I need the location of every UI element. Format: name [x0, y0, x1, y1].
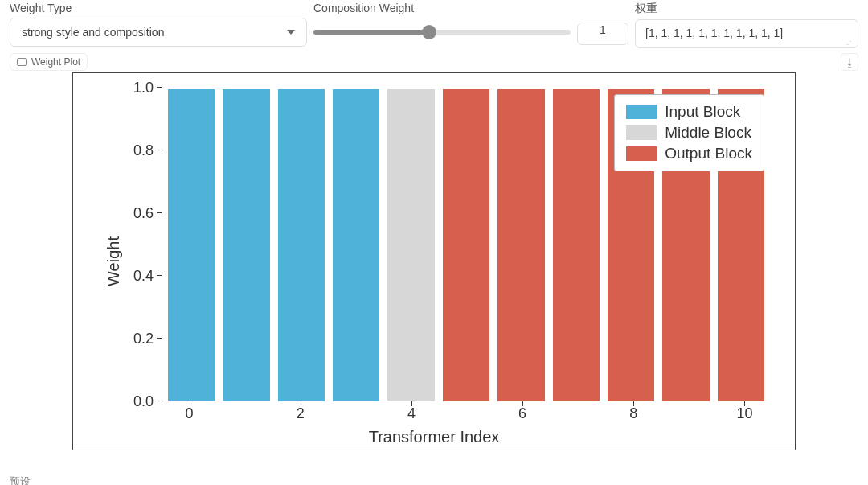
bar-6: [497, 89, 544, 401]
x-tick: 0: [186, 405, 194, 422]
x-tick: 10: [736, 405, 752, 422]
y-tick: 0.4: [121, 268, 154, 285]
x-tick: 4: [407, 405, 416, 422]
x-tick: 2: [297, 405, 305, 422]
y-tick: 0.0: [121, 393, 154, 410]
bar-2: [278, 89, 325, 401]
composition-weight-number[interactable]: 1: [577, 23, 628, 45]
weights-value: [1, 1, 1, 1, 1, 1, 1, 1, 1, 1, 1]: [645, 27, 783, 39]
y-tick: 0.2: [121, 331, 154, 347]
download-icon: ⭳: [845, 56, 855, 68]
resize-handle-icon[interactable]: ⋰: [846, 38, 854, 46]
legend-label: Output Block: [665, 145, 752, 162]
bar-1: [223, 89, 269, 401]
preset-label: 预设: [0, 475, 868, 485]
weight-type-dropdown[interactable]: strong style and composition: [10, 18, 307, 47]
composition-weight-slider[interactable]: [313, 18, 571, 47]
weight-type-value: strong style and composition: [22, 26, 164, 39]
x-tick: 6: [518, 405, 526, 422]
slider-thumb[interactable]: [422, 25, 436, 39]
x-axis-label: Transformer Index: [369, 428, 500, 446]
chevron-down-icon: [287, 30, 295, 35]
x-tick: 8: [629, 405, 637, 422]
composition-weight-label: Composition Weight: [313, 2, 571, 14]
legend-entry: Middle Block: [626, 122, 752, 143]
weights-label: 权重: [635, 2, 858, 16]
weight-type-label: Weight Type: [10, 2, 307, 14]
legend-entry: Output Block: [626, 143, 752, 164]
download-button[interactable]: ⭳: [841, 53, 858, 71]
legend-swatch: [626, 105, 657, 119]
legend-swatch: [626, 146, 657, 161]
y-axis-label: Weight: [104, 236, 123, 286]
y-tick: 0.6: [121, 205, 154, 222]
weight-chart: Weight Transformer Index Input BlockMidd…: [72, 72, 796, 450]
legend-label: Input Block: [665, 103, 740, 121]
image-icon: [17, 58, 27, 66]
bar-5: [443, 89, 489, 401]
chart-legend: Input BlockMiddle BlockOutput Block: [614, 94, 764, 171]
plot-tab-label: Weight Plot: [31, 56, 80, 68]
bar-4: [387, 89, 434, 401]
legend-swatch: [626, 125, 657, 140]
weight-plot-tab[interactable]: Weight Plot: [10, 53, 88, 71]
slider-fill: [313, 30, 429, 35]
legend-label: Middle Block: [665, 124, 751, 142]
y-tick: 0.8: [121, 142, 154, 159]
bar-0: [168, 89, 215, 401]
legend-entry: Input Block: [626, 101, 752, 122]
plot-area: Weight Transformer Index Input BlockMidd…: [48, 72, 820, 475]
y-tick: 1.0: [121, 80, 154, 97]
bar-3: [333, 89, 379, 401]
weights-textarea[interactable]: [1, 1, 1, 1, 1, 1, 1, 1, 1, 1, 1] ⋰: [635, 19, 858, 48]
bar-7: [553, 89, 600, 401]
